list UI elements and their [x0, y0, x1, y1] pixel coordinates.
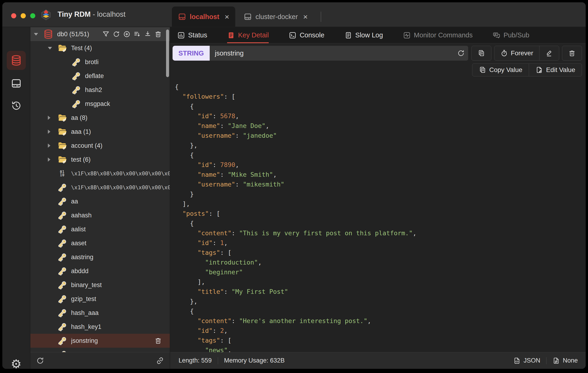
close-window-button[interactable]	[11, 13, 16, 18]
value-viewer[interactable]: { "followers": [ { "id": 5678, "name": "…	[170, 80, 586, 352]
reload-value-icon[interactable]	[457, 49, 465, 57]
key-icon	[57, 196, 67, 206]
minimize-window-button[interactable]	[21, 13, 26, 18]
json-line: },	[175, 140, 586, 150]
refresh-icon[interactable]	[113, 31, 120, 38]
json-line: "beginner"	[175, 267, 586, 277]
tree-row-abddd[interactable]: abddd	[31, 264, 170, 278]
zoom-window-button[interactable]	[30, 13, 35, 18]
tab-monitor-commands[interactable]: Monitor Commands	[403, 27, 472, 43]
copy-key-button[interactable]	[472, 46, 491, 61]
servers-nav-button[interactable]	[11, 78, 22, 89]
document-code-icon	[513, 357, 521, 364]
tab-console[interactable]: Console	[289, 27, 324, 43]
key-name-input[interactable]	[215, 50, 457, 57]
settings-button[interactable]: ⚙	[10, 358, 22, 369]
connection-tab-localhost[interactable]: localhost ×	[172, 7, 235, 27]
json-line: "username": "janedoe"	[175, 131, 586, 140]
reload-keys-icon[interactable]	[36, 356, 44, 365]
json-line: "id": 5678,	[175, 111, 586, 121]
ttl-label: Forever	[511, 50, 533, 57]
edit-document-icon	[536, 66, 543, 74]
history-nav-button[interactable]	[11, 100, 21, 111]
tree-row-msgpack[interactable]: msgpack	[31, 97, 170, 111]
view-format-select[interactable]: JSON	[513, 357, 540, 364]
trash-icon	[568, 50, 576, 57]
key-browser-sidebar: db0 (51/51)Test (4)brotlideflatehash2msg…	[31, 27, 170, 369]
tree-row-aahash[interactable]: aahash	[31, 208, 170, 222]
tab-pub-sub[interactable]: Pub/Sub	[493, 27, 529, 43]
copy-icon	[479, 66, 486, 74]
tree-item-label: brotli	[85, 59, 99, 66]
connection-tab-cluster-docker[interactable]: cluster-docker ×	[238, 7, 314, 27]
copy-value-button[interactable]: Copy Value	[472, 64, 529, 76]
tree-row-aalist[interactable]: aalist	[31, 222, 170, 236]
tree-row-aa[interactable]: aa	[31, 194, 170, 208]
key-icon	[57, 294, 67, 304]
tree-row-jsonstring[interactable]: jsonstring	[31, 334, 170, 348]
json-line: {	[175, 219, 586, 228]
chevron-down-icon[interactable]	[34, 33, 38, 35]
tree-row-x1f-x8b-x08-x00-x00-x00-x00-x00[interactable]: \x1F\x8B\x08\x00\x00\x00\x00\x00...	[31, 181, 170, 194]
tree-folder-test-6[interactable]: test (6)	[31, 153, 170, 167]
close-tab-icon[interactable]: ×	[225, 13, 229, 21]
edit-value-button[interactable]: Edit Value	[529, 64, 582, 76]
key-tree[interactable]: db0 (51/51)Test (4)brotlideflatehash2msg…	[31, 27, 170, 352]
decode-format-select[interactable]: None	[552, 357, 578, 364]
json-line: "title": "My First Post"	[175, 287, 586, 297]
delete-icon[interactable]	[154, 337, 162, 344]
tree-row-jsonstring2[interactable]: jsonstring2	[31, 348, 170, 352]
key-icon	[57, 308, 67, 318]
tree-row-brotli[interactable]: brotli	[31, 55, 170, 69]
add-key-icon[interactable]	[123, 31, 130, 38]
ttl-button[interactable]: Forever	[494, 46, 539, 60]
json-line: "id": 2,	[175, 326, 586, 336]
key-toolbar: STRING Forever	[170, 46, 586, 61]
tree-folder-test-4[interactable]: Test (4)	[31, 41, 170, 55]
json-line: "id": 1,	[175, 238, 586, 248]
databases-nav-button[interactable]	[7, 51, 26, 70]
title-bar: Tiny RDM - localhost localhost × cluster…	[2, 2, 586, 27]
delete-key-button[interactable]	[562, 46, 582, 61]
json-line: "followers": [	[175, 92, 586, 102]
tree-folder-account-4[interactable]: account (4)	[31, 139, 170, 153]
chevron-right-icon[interactable]	[48, 116, 50, 120]
key-icon	[57, 210, 67, 220]
ttl-edit-group: Forever	[494, 46, 559, 61]
tree-row-deflate[interactable]: deflate	[31, 69, 170, 83]
json-line: "content": "This is my very first post o…	[175, 228, 586, 238]
sort-list-icon[interactable]	[134, 31, 141, 38]
tree-item-label: Test (4)	[71, 45, 92, 52]
rename-key-button[interactable]	[539, 46, 559, 60]
link-icon[interactable]	[156, 356, 164, 365]
filter-icon[interactable]	[102, 31, 110, 38]
tree-row-aastring[interactable]: aastring	[31, 250, 170, 264]
tree-row-binary-test[interactable]: binary_test	[31, 278, 170, 292]
chevron-down-icon[interactable]	[48, 47, 52, 50]
chevron-right-icon[interactable]	[48, 130, 50, 134]
tab-slow-log[interactable]: Slow Log	[344, 27, 383, 43]
tree-folder-aa-8[interactable]: aa (8)	[31, 111, 170, 125]
tree-row-hash-aaa[interactable]: hash_aaa	[31, 306, 170, 320]
chevron-right-icon[interactable]	[48, 144, 50, 148]
edit-value-label: Edit Value	[546, 66, 575, 74]
tab-label: Console	[300, 31, 324, 39]
tab-key-detail[interactable]: Key Detail	[227, 27, 269, 43]
json-line: "name": "Mike Smith",	[175, 170, 586, 180]
tab-status[interactable]: Status	[177, 27, 207, 43]
tree-item-label: aa	[71, 198, 78, 205]
tree-scrollbar-thumb[interactable]	[166, 30, 169, 77]
tree-row-aaset[interactable]: aaset	[31, 236, 170, 250]
chevron-right-icon[interactable]	[48, 158, 50, 162]
tree-folder-aaa-1[interactable]: aaa (1)	[31, 125, 170, 139]
tree-row-hash2[interactable]: hash2	[31, 83, 170, 97]
tree-row-db0-51-51[interactable]: db0 (51/51)	[31, 27, 170, 41]
json-line: ],	[175, 199, 586, 209]
close-tab-icon[interactable]: ×	[303, 13, 308, 21]
import-icon[interactable]	[144, 31, 151, 38]
delete-icon[interactable]	[154, 31, 162, 38]
tree-row-hash-key1[interactable]: hash_key1	[31, 320, 170, 334]
tree-item-label: aahash	[71, 212, 92, 219]
tree-row-gzip-test[interactable]: gzip_test	[31, 292, 170, 306]
tree-row-x1f-x8b-x08-x00-x00-x00-x00-x00[interactable]: 0110\x1F\x8B\x08\x00\x00\x00\x00\x00...	[31, 167, 170, 181]
